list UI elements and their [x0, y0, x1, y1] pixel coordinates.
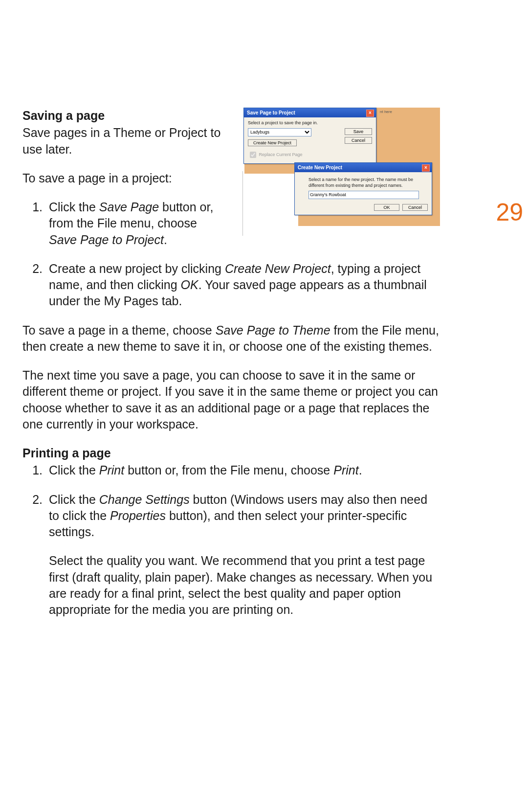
- dialog1-prompt: Select a project to save the page in.: [248, 120, 372, 126]
- page-number: 29: [496, 198, 523, 226]
- print-step-1: Click the Print button or, from the File…: [46, 462, 440, 478]
- save-step-2: Create a new project by clicking Create …: [46, 261, 440, 310]
- content-column: nt here Save Page to Project × Select a …: [22, 108, 440, 618]
- save-button[interactable]: Save: [345, 128, 372, 135]
- create-new-project-button[interactable]: Create New Project: [248, 139, 297, 146]
- project-name-input[interactable]: [308, 191, 419, 199]
- heading-printing: Printing a page: [22, 445, 440, 461]
- cancel-button[interactable]: Cancel: [402, 204, 428, 211]
- save-page-dialog: Save Page to Project × Select a project …: [243, 108, 376, 164]
- close-icon[interactable]: ×: [422, 164, 430, 172]
- cancel-button[interactable]: Cancel: [345, 137, 372, 144]
- dialog2-prompt: Select a name for the new project. The n…: [308, 177, 428, 189]
- ok-button[interactable]: OK: [374, 204, 399, 211]
- dialog1-title: Save Page to Project: [247, 110, 295, 116]
- replace-page-label: Replace Current Page: [259, 152, 303, 157]
- close-icon[interactable]: ×: [366, 110, 374, 117]
- print-step-2: Click the Change Settings button (Window…: [46, 492, 440, 618]
- print-steps-list: Click the Print button or, from the File…: [22, 462, 440, 618]
- dialog2-title: Create New Project: [298, 164, 342, 171]
- next-time-paragraph: The next time you save a page, you can c…: [22, 367, 440, 432]
- print-quality-note: Select the quality you want. We recommen…: [49, 553, 440, 618]
- dialog-screenshot-figure: nt here Save Page to Project × Select a …: [236, 108, 440, 236]
- manual-page: 29 nt here Save Page to Project ×: [0, 0, 528, 812]
- create-new-project-dialog: Create New Project × Select a name for t…: [294, 162, 432, 215]
- bg-snippet-text: nt here: [380, 110, 392, 115]
- replace-page-checkbox[interactable]: [250, 152, 256, 158]
- theme-paragraph: To save a page in a theme, choose Save P…: [22, 322, 440, 355]
- project-select[interactable]: Ladybugs: [248, 128, 311, 136]
